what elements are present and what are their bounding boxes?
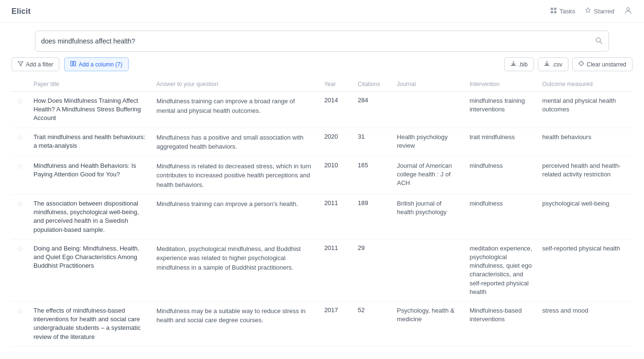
citations-cell-0: 284 xyxy=(353,92,392,128)
journal-value-3: British journal of health psychology xyxy=(397,200,447,216)
add-column-button[interactable]: Add a column (7) xyxy=(64,57,128,71)
star-cell-5: ☆ xyxy=(11,301,29,346)
paper-title-cell-4: Doing and Being: Mindfulness, Health, an… xyxy=(29,239,152,301)
table-row: ☆ Doing and Being: Mindfulness, Health, … xyxy=(11,239,633,301)
year-cell-4: 2011 xyxy=(320,239,353,301)
star-cell-3: ☆ xyxy=(11,195,29,239)
user-nav-item[interactable] xyxy=(624,6,633,16)
download-bib-icon xyxy=(511,61,516,68)
col-header-answer: Answer to your question xyxy=(152,77,320,92)
outcome-value-1: health behaviours xyxy=(542,133,591,141)
download-csv-icon xyxy=(544,61,550,68)
star-nav-icon xyxy=(585,7,591,15)
outcome-cell-0: mental and physical health outcomes xyxy=(537,92,633,128)
table-header-row: Paper title Answer to your question Year… xyxy=(11,77,633,92)
star-cell-1: ☆ xyxy=(11,128,29,156)
star-button-3[interactable]: ☆ xyxy=(17,199,23,208)
clear-unstarred-button[interactable]: Clear unstarred xyxy=(572,57,633,71)
svg-rect-8 xyxy=(74,61,76,66)
star-cell-4: ☆ xyxy=(11,239,29,301)
citations-value-1: 31 xyxy=(358,133,365,140)
csv-label: .csv xyxy=(552,61,562,68)
intervention-value-1: trait mindfulness xyxy=(469,133,515,141)
svg-rect-0 xyxy=(551,8,553,10)
col-header-star xyxy=(11,77,29,92)
citations-cell-3: 189 xyxy=(353,195,392,239)
star-button-2[interactable]: ☆ xyxy=(17,162,23,171)
star-button-0[interactable]: ☆ xyxy=(17,97,23,106)
tasks-nav-item[interactable]: Tasks xyxy=(550,7,575,15)
paper-title-0: How Does Mindfulness Training Affect Hea… xyxy=(33,97,141,121)
answer-cell-4: Meditation, psychological mindfulness, a… xyxy=(152,239,320,301)
intervention-cell-0: mindfulness training interventions xyxy=(465,92,537,128)
table-row: ☆ Mindfulness and Health Behaviors: Is P… xyxy=(11,156,633,195)
answer-text-4: Meditation, psychological mindfulness, a… xyxy=(156,245,300,271)
outcome-value-3: psychological well-being xyxy=(542,200,609,207)
svg-rect-1 xyxy=(554,8,556,10)
answer-text-2: Mindfulness is related to decreased stre… xyxy=(156,163,311,188)
citations-value-5: 52 xyxy=(358,306,365,314)
journal-value-5: Psychology, health & medicine xyxy=(397,307,455,323)
answer-cell-3: Mindfulness training can improve a perso… xyxy=(152,195,320,239)
bib-export-button[interactable]: .bib xyxy=(504,57,534,71)
bib-label: .bib xyxy=(519,61,528,68)
citations-cell-2: 165 xyxy=(353,156,392,195)
col-header-journal: Journal xyxy=(392,77,465,92)
grid-icon xyxy=(550,7,557,15)
header: Elicit Tasks Starred xyxy=(0,0,644,23)
star-cell-0: ☆ xyxy=(11,92,29,128)
intervention-cell-3: mindfulness xyxy=(465,195,537,239)
starred-nav-item[interactable]: Starred xyxy=(585,7,614,15)
citations-cell-1: 31 xyxy=(353,128,392,156)
journal-cell-5: Psychology, health & medicine xyxy=(392,301,465,346)
table-row: ☆ The effects of mindfulness-based inter… xyxy=(11,301,633,346)
table-wrapper: Paper title Answer to your question Year… xyxy=(0,77,644,347)
intervention-cell-4: meditation experience, psychological min… xyxy=(465,239,537,301)
tasks-label: Tasks xyxy=(559,8,575,15)
intervention-cell-2: mindfulness xyxy=(465,156,537,195)
paper-title-cell-3: The association between dispositional mi… xyxy=(29,195,152,239)
paper-title-4: Doing and Being: Mindfulness, Health, an… xyxy=(33,245,139,269)
star-button-1[interactable]: ☆ xyxy=(17,133,23,142)
outcome-value-0: mental and physical health outcomes xyxy=(542,97,616,113)
journal-cell-1: Health psychology review xyxy=(392,128,465,156)
outcome-value-4: self-reported physical health xyxy=(542,245,620,252)
csv-export-button[interactable]: .csv xyxy=(538,57,568,71)
answer-cell-5: Mindfulness may be a suitable way to red… xyxy=(152,301,320,346)
star-button-5[interactable]: ☆ xyxy=(17,306,23,315)
add-filter-button[interactable]: Add a filter xyxy=(11,57,59,71)
paper-title-cell-1: Trait mindfulness and health behaviours:… xyxy=(29,128,152,156)
citations-cell-4: 29 xyxy=(353,239,392,301)
outcome-value-2: perceived health and health-related acti… xyxy=(542,162,621,178)
search-input[interactable] xyxy=(41,37,595,45)
outcome-cell-5: stress and mood xyxy=(537,301,633,346)
toolbar-left: Add a filter Add a column (7) xyxy=(11,57,129,71)
paper-title-3: The association between dispositional mi… xyxy=(33,200,139,233)
toolbar: Add a filter Add a column (7) .bib xyxy=(0,52,644,77)
paper-title-cell-0: How Does Mindfulness Training Affect Hea… xyxy=(29,92,152,128)
year-cell-5: 2017 xyxy=(320,301,353,346)
table-row: ☆ How Does Mindfulness Training Affect H… xyxy=(11,92,633,128)
intervention-value-5: Mindfulness-based interventions xyxy=(469,307,522,323)
answer-text-3: Mindfulness training can improve a perso… xyxy=(156,200,298,207)
paper-title-2: Mindfulness and Health Behaviors: Is Pay… xyxy=(33,162,136,178)
intervention-value-3: mindfulness xyxy=(469,200,502,207)
intervention-value-2: mindfulness xyxy=(469,162,502,169)
starred-label: Starred xyxy=(594,8,614,15)
citations-value-4: 29 xyxy=(358,244,365,251)
star-cell-2: ☆ xyxy=(11,156,29,195)
year-value-2: 2010 xyxy=(324,162,338,169)
app-logo: Elicit xyxy=(11,7,31,16)
star-button-4[interactable]: ☆ xyxy=(17,244,23,253)
year-value-1: 2020 xyxy=(324,133,338,140)
svg-rect-2 xyxy=(551,11,553,13)
journal-cell-0 xyxy=(392,92,465,128)
journal-cell-4 xyxy=(392,239,465,301)
user-icon xyxy=(624,6,633,16)
intervention-cell-1: trait mindfulness xyxy=(465,128,537,156)
col-header-intervention: Intervention xyxy=(465,77,537,92)
diamond-icon xyxy=(578,61,584,68)
col-header-outcome: Outcome measured xyxy=(537,77,633,92)
year-cell-0: 2014 xyxy=(320,92,353,128)
year-value-4: 2011 xyxy=(324,244,338,251)
